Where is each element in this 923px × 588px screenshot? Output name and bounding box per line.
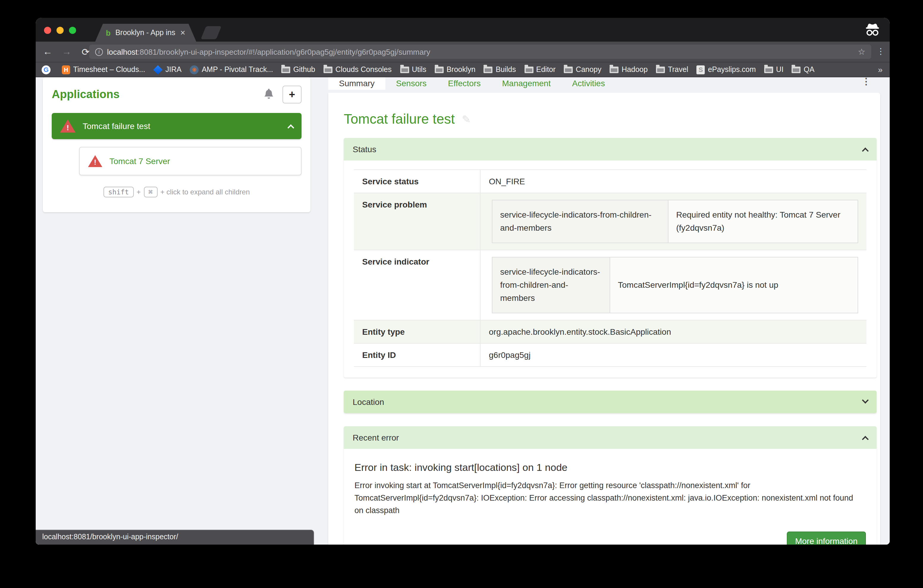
child-entity-name: Tomcat 7 Server [109,156,292,166]
bookmark-amp[interactable]: ✳AMP - Pivotal Track... [190,65,273,74]
timesheet-icon: H [62,65,70,74]
bookmarks-bar: G HTimesheet – Clouds... JIRA ✳AMP - Piv… [36,62,890,77]
browser-tab[interactable]: b Brooklyn - App inspector ✕ [95,24,196,42]
sidebar-title: Applications [52,88,262,101]
recent-error-panel-header[interactable]: Recent error [344,427,877,449]
location-panel-title: Location [353,397,384,407]
status-panel-title: Status [353,145,376,154]
location-panel: Location [344,391,877,414]
shift-key-icon: shift [103,187,133,197]
location-panel-header[interactable]: Location [344,391,877,414]
bookmark-folder-github[interactable]: Github [281,66,315,74]
row-value: g6r0pag5gj [480,344,867,367]
tab-activities[interactable]: Activities [562,77,616,90]
favicon: b [106,28,111,37]
folder-icon [656,67,665,73]
google-icon: G [42,65,51,74]
chevron-up-icon[interactable] [862,148,869,154]
url-path: :8081/brooklyn-ui-app-inspector/#!/appli… [138,47,430,56]
folder-icon [281,67,290,73]
bookmark-label: Hadoop [622,66,648,74]
bookmark-folder-builds[interactable]: Builds [484,66,516,74]
bookmark-folder-qa[interactable]: QA [792,66,815,74]
entity-tabs: Summary Sensors Effectors Management Act… [328,77,880,93]
table-row: Entity type org.apache.brooklyn.entity.s… [354,320,867,344]
bookmark-label: Brooklyn [447,66,475,74]
jira-icon [153,65,163,74]
tab-sensors[interactable]: Sensors [385,77,437,90]
bell-icon[interactable] [262,88,275,101]
chevron-down-icon[interactable] [862,397,869,404]
row-value: org.apache.brooklyn.entity.stock.BasicAp… [480,320,867,344]
bookmark-folder-canopy[interactable]: Canopy [564,66,601,74]
tabs-kebab-icon[interactable]: ⋮ [862,79,870,84]
browser-toolbar: ← → ⟳ i localhost:8081/brooklyn-ui-app-i… [36,42,890,62]
bookmark-label: Travel [668,66,688,74]
folder-icon [792,67,801,73]
bookmark-label: Timesheet – Clouds... [73,66,145,74]
applications-sidebar: Applications + ! Tomcat failure test ! T… [43,77,310,212]
bookmark-label: ePayslips.com [708,66,756,74]
error-heading: Error in task: invoking start[locations]… [355,462,866,474]
address-bar[interactable]: i localhost:8081/brooklyn-ui-app-inspect… [89,44,871,59]
bookmark-jira[interactable]: JIRA [153,66,181,74]
tab-management[interactable]: Management [491,77,562,90]
more-information-button[interactable]: More information [787,532,866,545]
new-tab-button[interactable] [201,26,222,39]
bookmark-timesheet[interactable]: HTimesheet – Clouds... [62,65,145,74]
table-row: Service status ON_FIRE [354,170,867,193]
tab-effectors[interactable]: Effectors [437,77,491,90]
table-row: Service problem service-lifecycle-indica… [354,193,867,250]
folder-icon [610,67,619,73]
folder-icon [764,67,773,73]
close-window-button[interactable] [44,27,51,34]
summary-pane: Tomcat failure test ✎ Status [328,93,880,545]
bookmark-folder-clouds-consoles[interactable]: Clouds Consoles [324,66,392,74]
bookmark-folder-editor[interactable]: Editor [524,66,555,74]
chevron-up-icon[interactable] [287,124,294,131]
tab-summary[interactable]: Summary [328,77,385,90]
bookmark-folder-utils[interactable]: Utils [400,66,426,74]
bookmark-label: QA [804,66,815,74]
row-label: Entity type [354,320,480,344]
add-application-button[interactable]: + [282,85,302,103]
bookmark-folder-brooklyn[interactable]: Brooklyn [435,66,475,74]
bookmarks-overflow-icon[interactable]: » [878,65,882,74]
status-panel-header[interactable]: Status [344,138,877,161]
error-message: Error invoking start at TomcatServerImpl… [355,480,859,517]
bookmark-star-icon[interactable]: ☆ [858,47,866,56]
recent-error-panel: Recent error Error in task: invoking sta… [344,427,877,545]
bookmark-label: Canopy [576,66,601,74]
minimize-window-button[interactable] [56,27,64,34]
edit-pencil-icon[interactable]: ✎ [462,113,471,126]
bookmark-folder-ui[interactable]: UI [764,66,783,74]
application-item[interactable]: ! Tomcat failure test [52,113,302,139]
page-info-icon[interactable]: i [95,48,103,56]
url-host: localhost [107,47,138,56]
indicator-value: Required entity not healthy: Tomcat 7 Se… [668,200,858,243]
row-label: Service status [354,170,480,193]
application-name: Tomcat failure test [83,121,281,131]
nested-table: service-lifecycle-indicators-from-childr… [492,200,858,243]
window-controls [44,27,76,34]
tab-close-icon[interactable]: ✕ [180,29,186,36]
folder-icon [484,67,493,73]
bookmark-label: Editor [536,66,555,74]
zoom-window-button[interactable] [69,27,76,34]
back-button[interactable]: ← [41,46,55,57]
warning-triangle-icon: ! [88,155,102,167]
chevron-up-icon[interactable] [862,436,869,443]
child-entity-item[interactable]: ! Tomcat 7 Server [79,147,302,176]
browser-window: b Brooklyn - App inspector ✕ ← → ⟳ i loc… [36,18,890,545]
bookmark-label: Clouds Consoles [335,66,392,74]
bookmark-google[interactable]: G [42,65,54,74]
bookmark-epayslips[interactable]: SePayslips.com [697,65,756,74]
chrome-menu-icon[interactable]: ⋮ [877,46,885,56]
incognito-icon [865,23,880,37]
bookmark-folder-travel[interactable]: Travel [656,66,688,74]
bookmark-folder-hadoop[interactable]: Hadoop [610,66,648,74]
forward-button[interactable]: → [59,46,74,57]
folder-icon [400,67,409,73]
row-label: Entity ID [354,344,480,367]
folder-icon [435,67,443,73]
